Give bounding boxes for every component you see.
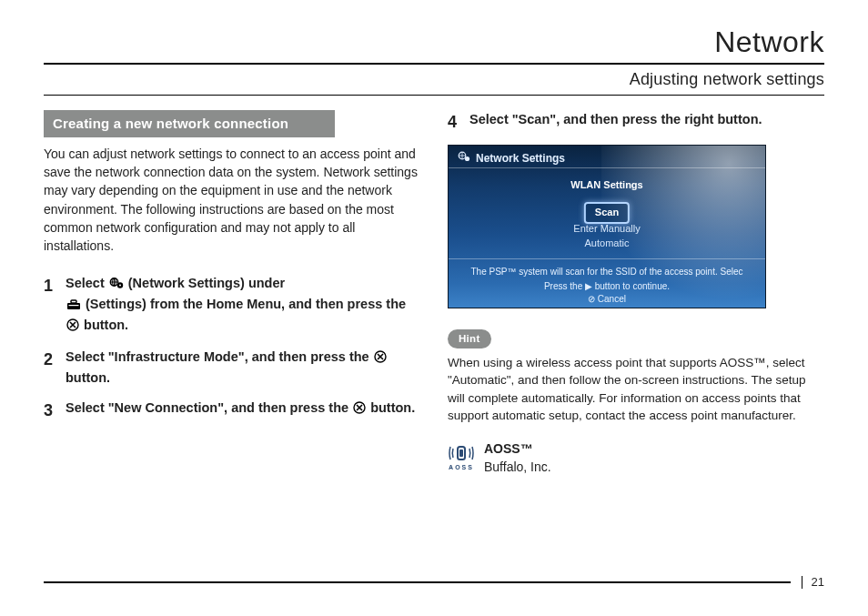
step-body: Select "Infrastructure Mode", and then p…: [66, 348, 420, 388]
step-number: 2: [44, 348, 56, 388]
step-number: 3: [44, 399, 56, 422]
svg-point-11: [465, 157, 469, 161]
page-title: Network: [44, 25, 824, 59]
aoss-vendor: Buffalo, Inc.: [484, 458, 551, 476]
footer: 21: [44, 575, 824, 589]
step-2: 2 Select "Infrastructure Mode", and then…: [44, 348, 420, 388]
svg-rect-5: [71, 300, 76, 303]
divider: [449, 258, 765, 259]
step-body: Select (Network Settings) under (Setting…: [66, 274, 420, 337]
hint-text: When using a wireless access point that …: [448, 354, 824, 425]
page-subtitle: Adjusting network settings: [44, 70, 824, 89]
aoss-title: AOSS™: [484, 439, 551, 458]
psp-screenshot: Network Settings WLAN Settings Scan Ente…: [448, 145, 766, 308]
rule-thin: [44, 95, 824, 96]
shot-wlan-label: WLAN Settings: [449, 178, 765, 193]
shot-enter-option: Enter Manually: [449, 222, 765, 237]
aoss-icon-label: AOSS: [449, 463, 474, 472]
shot-auto-option: Automatic: [449, 237, 765, 251]
shot-cancel: ⊘ Cancel: [449, 293, 765, 307]
step-list-right: 4 Select "Scan", and then press the righ…: [448, 110, 824, 134]
footer-rule: [44, 581, 791, 583]
shot-press-message: Press the ▶ button to continue.: [449, 280, 765, 294]
aoss-row: AOSS AOSS™ Buffalo, Inc.: [448, 439, 824, 477]
left-column: Creating a new network connection You ca…: [44, 110, 420, 477]
settings-toolbox-icon: [66, 297, 81, 316]
step-1: 1 Select (Network Settings) under (Setti…: [44, 274, 420, 337]
step-4: 4 Select "Scan", and then press the righ…: [448, 110, 824, 134]
x-button-icon: [353, 400, 366, 419]
hint-pill: Hint: [448, 329, 491, 348]
right-column: 4 Select "Scan", and then press the righ…: [448, 110, 824, 477]
page: Network Adjusting network settings Creat…: [0, 0, 868, 616]
network-settings-icon: [458, 151, 470, 167]
shot-help-message: The PSP™ system will scan for the SSID o…: [454, 266, 760, 279]
network-settings-icon: [109, 276, 124, 295]
step-number: 1: [44, 274, 56, 337]
shot-breadcrumb: Network Settings: [458, 151, 565, 167]
step-list: 1 Select (Network Settings) under (Setti…: [44, 274, 420, 422]
step-body: Select "Scan", and then press the right …: [469, 110, 762, 134]
x-button-icon: [374, 349, 387, 369]
footer-divider: [802, 576, 802, 589]
page-number: 21: [812, 575, 824, 589]
aoss-icon: AOSS: [448, 444, 475, 472]
divider: [449, 167, 765, 168]
step-3: 3 Select "New Connection", and then pres…: [44, 399, 420, 422]
svg-rect-4: [67, 303, 80, 309]
svg-rect-13: [459, 449, 463, 457]
columns: Creating a new network connection You ca…: [44, 110, 824, 477]
intro-paragraph: You can adjust network settings to conne…: [44, 145, 420, 256]
rule-thick: [44, 63, 824, 65]
svg-point-3: [119, 284, 121, 286]
step-number: 4: [448, 110, 460, 134]
shot-scan-option: Scan: [584, 202, 630, 224]
section-heading: Creating a new network connection: [44, 110, 335, 137]
x-button-icon: [66, 318, 79, 337]
step-body: Select "New Connection", and then press …: [66, 399, 415, 422]
svg-rect-6: [69, 305, 79, 306]
aoss-text: AOSS™ Buffalo, Inc.: [484, 439, 551, 477]
